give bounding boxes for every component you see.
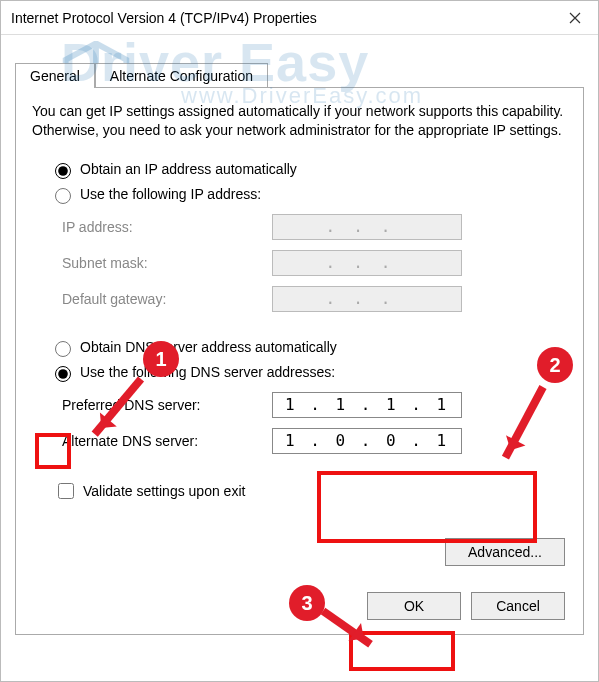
radio-use-dns[interactable]	[55, 366, 71, 382]
tab-strip: General Alternate Configuration	[15, 59, 584, 87]
dns-fieldset: Preferred DNS server: Alternate DNS serv…	[62, 392, 567, 454]
tab-general[interactable]: General	[15, 63, 95, 88]
default-gateway-label: Default gateway:	[62, 291, 272, 307]
radio-use-ip-label: Use the following IP address:	[80, 186, 261, 202]
validate-checkbox[interactable]	[58, 483, 74, 499]
annotation-badge-3: 3	[289, 585, 325, 621]
ip-address-label: IP address:	[62, 219, 272, 235]
default-gateway-input	[272, 286, 462, 312]
window-title: Internet Protocol Version 4 (TCP/IPv4) P…	[11, 10, 317, 26]
dns-group: Obtain DNS server address automatically …	[32, 338, 567, 454]
ip-fieldset: IP address: Subnet mask: Default gateway…	[62, 214, 567, 312]
close-icon	[569, 12, 581, 24]
radio-obtain-dns-auto-label: Obtain DNS server address automatically	[80, 339, 337, 355]
advanced-button[interactable]: Advanced...	[445, 538, 565, 566]
preferred-dns-input[interactable]	[272, 392, 462, 418]
radio-obtain-ip-auto-row[interactable]: Obtain an IP address automatically	[50, 160, 567, 179]
preferred-dns-label: Preferred DNS server:	[62, 397, 272, 413]
ok-button[interactable]: OK	[367, 592, 461, 620]
cancel-button[interactable]: Cancel	[471, 592, 565, 620]
tab-panel-general: You can get IP settings assigned automat…	[15, 87, 584, 635]
radio-use-dns-label: Use the following DNS server addresses:	[80, 364, 335, 380]
ip-address-input	[272, 214, 462, 240]
annotation-badge-1: 1	[143, 341, 179, 377]
annotation-badge-2: 2	[537, 347, 573, 383]
title-bar: Internet Protocol Version 4 (TCP/IPv4) P…	[1, 1, 598, 35]
radio-obtain-ip-auto[interactable]	[55, 163, 71, 179]
alternate-dns-input[interactable]	[272, 428, 462, 454]
ip-group: Obtain an IP address automatically Use t…	[32, 160, 567, 312]
dialog-button-row: OK Cancel	[367, 592, 565, 620]
tab-alternate-configuration[interactable]: Alternate Configuration	[95, 63, 268, 88]
close-button[interactable]	[552, 1, 598, 34]
validate-checkbox-row[interactable]: Validate settings upon exit	[54, 480, 567, 502]
subnet-mask-input	[272, 250, 462, 276]
radio-obtain-dns-auto-row[interactable]: Obtain DNS server address automatically	[50, 338, 567, 357]
radio-use-ip[interactable]	[55, 188, 71, 204]
description-text: You can get IP settings assigned automat…	[32, 102, 567, 140]
validate-label: Validate settings upon exit	[83, 483, 245, 499]
radio-use-ip-row[interactable]: Use the following IP address:	[50, 185, 567, 204]
radio-obtain-ip-auto-label: Obtain an IP address automatically	[80, 161, 297, 177]
radio-use-dns-row[interactable]: Use the following DNS server addresses:	[50, 363, 567, 382]
subnet-mask-label: Subnet mask:	[62, 255, 272, 271]
radio-obtain-dns-auto[interactable]	[55, 341, 71, 357]
